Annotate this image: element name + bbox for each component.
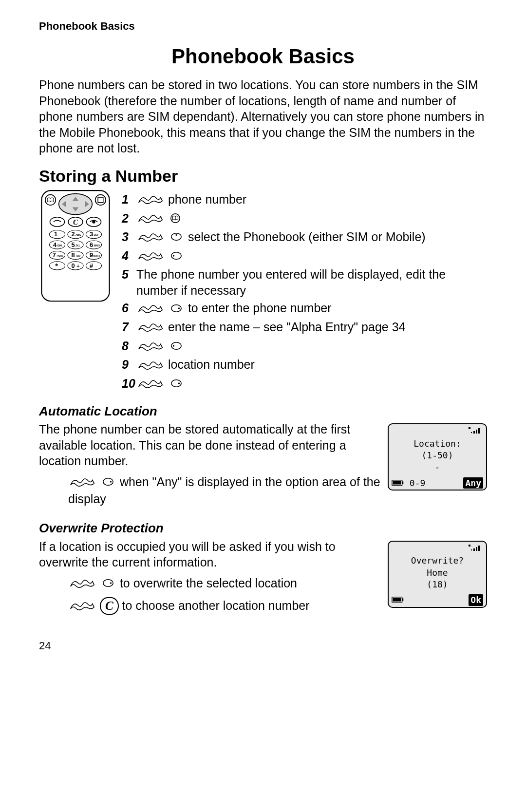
svg-point-24 (92, 220, 95, 223)
screen-text: Location: (391, 438, 484, 450)
svg-text:8: 8 (71, 251, 75, 259)
svg-text:JKL: JKL (75, 244, 81, 247)
press-icon (138, 230, 163, 246)
svg-point-20 (50, 217, 65, 227)
svg-text:3: 3 (90, 230, 93, 238)
subsection-overwrite: Overwrite Protection (39, 520, 487, 537)
phonebook-icon (169, 211, 181, 227)
step-text: to enter the phone number (188, 301, 332, 315)
battery-icon (392, 594, 404, 605)
phone-screen-overwrite: Overwrite? Home (18) Ok (388, 541, 487, 608)
step-text: enter the name – see "Alpha Entry" page … (168, 320, 406, 334)
page-title: Phonebook Basics (39, 43, 487, 70)
nav-right-icon (101, 576, 115, 592)
svg-text:1: 1 (54, 230, 57, 238)
svg-text:4: 4 (53, 241, 57, 248)
svg-text:7: 7 (53, 251, 56, 259)
svg-text:ABC: ABC (75, 233, 81, 236)
press-icon (138, 192, 163, 208)
svg-text:2: 2 (71, 230, 75, 238)
c-button-icon: C (100, 597, 119, 615)
nav-right-icon (169, 302, 183, 318)
screen-text: - (391, 461, 484, 473)
step-text: location number (168, 358, 255, 371)
svg-text:GHI: GHI (57, 244, 62, 247)
svg-point-56 (86, 262, 101, 270)
press-icon (138, 377, 163, 393)
svg-text:DEF: DEF (94, 233, 99, 236)
battery-icon: 0-9 (392, 477, 425, 489)
press-icon (138, 339, 163, 355)
phone-screen-location: Location: (1-50) - 0-9 Any (388, 423, 487, 491)
svg-text:6: 6 (90, 241, 93, 248)
svg-point-53 (68, 262, 83, 270)
svg-text:MNO: MNO (94, 244, 99, 247)
intro-paragraph: Phone numbers can be stored in two locat… (39, 77, 487, 156)
subsection-auto: Automatic Location (39, 403, 487, 420)
press-icon (138, 358, 163, 374)
press-icon (70, 576, 95, 592)
press-icon (138, 302, 163, 318)
svg-text:+: + (76, 263, 79, 269)
nav-left-icon (169, 249, 183, 265)
press-icon (138, 249, 163, 265)
steps-list: 1 phone number 2 3 select the Phonebook … (122, 191, 487, 393)
page-number: 24 (39, 639, 487, 653)
svg-text:0: 0 (71, 262, 75, 269)
press-icon (138, 320, 163, 336)
phone-illustration: C 1 2ABC 3DEF 4GHI 5JKL 6MNO 7PQRS 8TUV … (39, 189, 117, 308)
svg-text:C: C (73, 218, 78, 226)
svg-text:#: # (90, 262, 93, 269)
screen-text: (1-50) (391, 450, 484, 461)
screen-text: (18) (391, 579, 484, 590)
svg-text:5: 5 (71, 241, 75, 248)
step-text: The phone number you entered will be dis… (136, 266, 487, 298)
svg-text:*: * (55, 262, 58, 270)
press-icon (70, 599, 95, 615)
step-text: phone number (168, 192, 246, 206)
nav-up-icon (169, 230, 183, 246)
svg-text:9: 9 (90, 251, 93, 259)
svg-text:TUV: TUV (75, 254, 81, 257)
nav-right-icon (169, 377, 183, 393)
softkey-ok: Ok (469, 594, 483, 605)
nav-left-icon (169, 339, 183, 355)
press-icon (70, 475, 95, 491)
step-text: select the Phonebook (either SIM or Mobi… (188, 230, 426, 244)
section-storing: Storing a Number (39, 165, 487, 187)
nav-right-icon (101, 475, 115, 491)
screen-text: Home (391, 567, 484, 579)
press-icon (138, 211, 163, 227)
running-header: Phonebook Basics (39, 19, 487, 34)
svg-text:PQRS: PQRS (56, 255, 63, 257)
svg-text:WXYZ: WXYZ (93, 255, 100, 257)
softkey-any: Any (463, 477, 483, 489)
screen-text: Overwrite? (391, 555, 484, 567)
